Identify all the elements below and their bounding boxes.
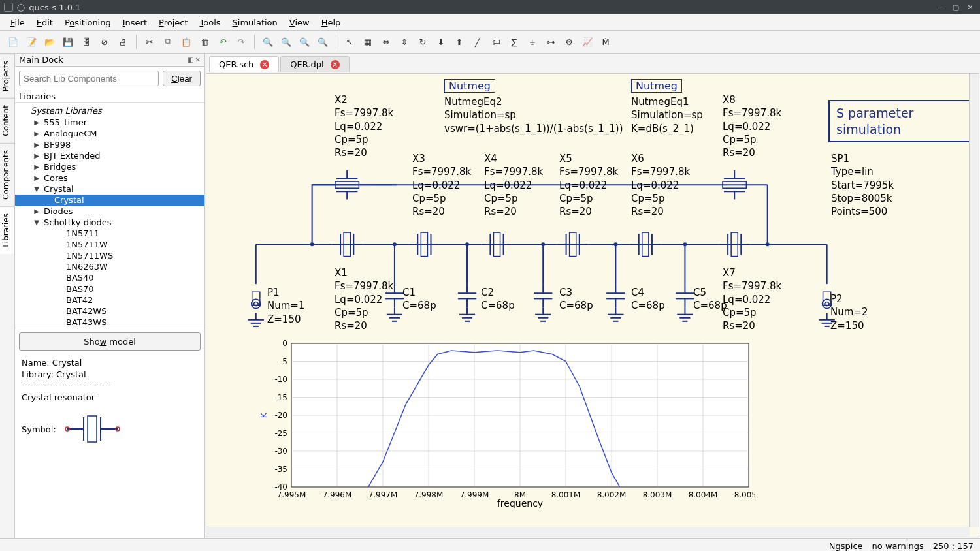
side-tab-content[interactable]: Content [0, 98, 14, 143]
tree-item-1n5711ws[interactable]: 1N5711WS [15, 250, 204, 261]
tree-item-crystal[interactable]: ▼Crystal [15, 183, 204, 195]
side-tab-libraries[interactable]: Libraries [0, 206, 14, 254]
equation-icon[interactable]: ∑ [506, 34, 522, 50]
zoom-fit-icon[interactable]: 🔍 [297, 34, 312, 50]
menu-insert[interactable]: Insert [118, 16, 152, 29]
comp-x6[interactable]: X6 Fs=7997.8k Lq=0.022 Cp=5p Rs=20 [631, 152, 690, 218]
nutmeg-eq-1[interactable]: NutmegEq1 Simulation=sp K=dB(s_2_1) [631, 95, 703, 135]
menu-help[interactable]: Help [316, 16, 346, 29]
zoom-100-icon[interactable]: 🔍 [315, 34, 331, 50]
tab-close-icon[interactable]: × [260, 60, 269, 69]
mirror-x-icon[interactable]: ⇔ [378, 34, 394, 50]
tree-item-bat42ws[interactable]: BAT42WS [15, 306, 204, 317]
wire-icon[interactable]: ╱ [470, 34, 485, 50]
schematic-canvas[interactable]: X2 Fs=7997.8k Lq=0.022 Cp=5p Rs=20 X8 Fs… [206, 74, 979, 537]
sparam-box[interactable]: S parameter simulation [828, 100, 979, 142]
search-input[interactable] [19, 71, 159, 86]
comp-sp1[interactable]: SP1 Type=lin Start=7995k Stop=8005k Poin… [831, 152, 894, 218]
comp-c5[interactable]: C5 C=68p [693, 286, 727, 313]
save-all-icon[interactable]: 🗄 [78, 34, 94, 50]
save-icon[interactable]: 💾 [60, 34, 76, 50]
comp-c3[interactable]: C3 C=68p [559, 286, 593, 313]
close-doc-icon[interactable]: ⊘ [97, 34, 112, 50]
tree-item-analoguecm[interactable]: ▶AnalogueCM [15, 128, 204, 139]
select-marker-icon[interactable]: ▦ [360, 34, 376, 50]
canvas-scrollbar-v[interactable] [969, 74, 979, 527]
tree-item-1n5711[interactable]: 1N5711 [15, 228, 204, 239]
wire-label-icon[interactable]: 🏷 [488, 34, 504, 50]
tree-item-bjt-extended[interactable]: ▶BJT Extended [15, 150, 204, 161]
comp-x3[interactable]: X3 Fs=7997.8k Lq=0.022 Cp=5p Rs=20 [412, 152, 471, 218]
nutmeg-eq-2[interactable]: NutmegEq2 Simulation=sp vswr=(1+abs(s_1_… [444, 95, 623, 135]
comp-c1[interactable]: C1 C=68p [402, 286, 436, 313]
tree-item-schottky[interactable]: ▼Schottky diodes [15, 217, 204, 228]
mirror-y-icon[interactable]: ⇕ [397, 34, 412, 50]
new-icon[interactable]: 📄 [5, 34, 21, 50]
dock-close-icon[interactable]: ✕ [195, 56, 201, 63]
maximize-button[interactable]: ▢ [950, 3, 962, 12]
menu-tools[interactable]: Tools [195, 16, 226, 29]
tree-item-bas40[interactable]: BAS40 [15, 272, 204, 283]
menu-simulation[interactable]: Simulation [227, 16, 283, 29]
comp-p1[interactable]: P1 Num=1 Z=150 [267, 286, 304, 326]
side-tab-components[interactable]: Components [0, 143, 14, 206]
select-icon[interactable]: ↖ [342, 34, 357, 50]
comp-x4[interactable]: X4 Fs=7997.8k Lq=0.022 Cp=5p Rs=20 [484, 152, 543, 218]
comp-x5[interactable]: X5 Fs=7997.8k Lq=0.022 Cp=5p Rs=20 [559, 152, 618, 218]
zoom-in-icon[interactable]: 🔍 [260, 34, 276, 50]
show-model-button[interactable]: Show model [19, 332, 201, 351]
tree-item-cores[interactable]: ▶Cores [15, 172, 204, 183]
tree-item-bf998[interactable]: ▶BF998 [15, 139, 204, 150]
print-icon[interactable]: 🖨 [115, 34, 131, 50]
menu-file[interactable]: File [5, 16, 30, 29]
tab-qer-dpl[interactable]: QER.dpl × [280, 56, 349, 72]
menu-positioning[interactable]: Positioning [59, 16, 116, 29]
new-text-icon[interactable]: 📝 [24, 34, 39, 50]
rotate-icon[interactable]: ↻ [415, 34, 431, 50]
copy-icon[interactable]: ⧉ [160, 34, 176, 50]
tree-item-crystal-crystal[interactable]: Crystal [15, 195, 204, 206]
dock-float-icon[interactable]: ◧ [188, 56, 193, 63]
go-up-icon[interactable]: ⬆ [451, 34, 467, 50]
cut-icon[interactable]: ✂ [142, 34, 157, 50]
menu-project[interactable]: Project [154, 16, 193, 29]
canvas-scrollbar-h[interactable] [206, 527, 970, 537]
close-window-button[interactable]: ✕ [964, 3, 976, 12]
show-results-icon[interactable]: 📈 [580, 34, 595, 50]
nutmeg-box-2[interactable]: Nutmeg [631, 79, 682, 93]
tree-item-bas70[interactable]: BAS70 [15, 283, 204, 294]
tree-item-bat42[interactable]: BAT42 [15, 294, 204, 306]
tree-item-bat43ws[interactable]: BAT43WS [15, 317, 204, 328]
ground-icon[interactable]: ⏚ [525, 34, 540, 50]
comp-c4[interactable]: C4 C=68p [631, 286, 665, 313]
simulate-icon[interactable]: ⚙ [561, 34, 577, 50]
side-tab-projects[interactable]: Projects [0, 54, 14, 98]
undo-icon[interactable]: ↶ [215, 34, 231, 50]
comp-x8[interactable]: X8 Fs=7997.8k Lq=0.022 Cp=5p Rs=20 [723, 93, 781, 159]
tab-qer-sch[interactable]: QER.sch × [209, 56, 279, 72]
comp-x7[interactable]: X7 Fs=7997.8k Lq=0.022 Cp=5p Rs=20 [723, 266, 781, 332]
delete-icon[interactable]: 🗑 [197, 34, 212, 50]
comp-x2[interactable]: X2 Fs=7997.8k Lq=0.022 Cp=5p Rs=20 [335, 93, 393, 159]
deactivate-icon[interactable]: ⬇ [433, 34, 449, 50]
zoom-out-icon[interactable]: 🔍 [278, 34, 294, 50]
paste-icon[interactable]: 📋 [178, 34, 194, 50]
minimize-button[interactable]: — [936, 3, 947, 12]
comp-c2[interactable]: C2 C=68p [481, 286, 515, 313]
tree-item-555[interactable]: ▶555_timer [15, 117, 204, 128]
tree-item-1n6263w[interactable]: 1N6263W [15, 261, 204, 272]
comp-x1[interactable]: X1 Fs=7997.8k Lq=0.022 Cp=5p Rs=20 [335, 266, 393, 332]
comp-p2[interactable]: P2 Num=2 Z=150 [830, 292, 868, 332]
open-icon[interactable]: 📂 [42, 34, 57, 50]
menu-view[interactable]: View [284, 16, 315, 29]
clear-button[interactable]: Clear [163, 71, 201, 86]
tree-item-1n5711w[interactable]: 1N5711W [15, 239, 204, 250]
nutmeg-box-1[interactable]: Nutmeg [444, 79, 495, 93]
result-chart[interactable]: 0-5-10-15-20-25-30-35-407.995M7.996M7.99… [259, 338, 755, 508]
tree-item-diodes[interactable]: ▶Diodes [15, 206, 204, 217]
port-icon[interactable]: ⊶ [543, 34, 559, 50]
tab-close-icon[interactable]: × [331, 60, 340, 69]
library-tree[interactable]: System Libraries ▶555_timer ▶AnalogueCM … [15, 102, 204, 328]
set-marker-icon[interactable]: Ṁ [598, 34, 613, 50]
menu-edit[interactable]: Edit [31, 16, 58, 29]
